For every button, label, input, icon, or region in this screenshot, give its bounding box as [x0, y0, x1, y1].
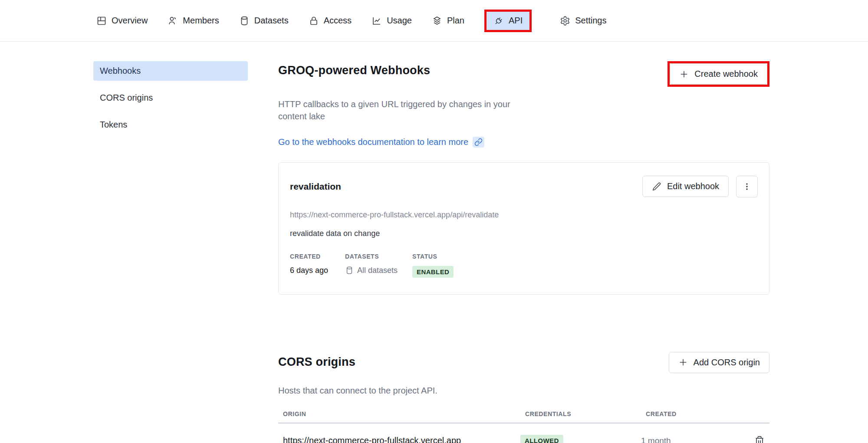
tab-label: Members [183, 16, 219, 26]
webhook-menu-button[interactable] [736, 176, 758, 197]
delete-origin-button[interactable] [754, 435, 765, 443]
tab-label: Plan [447, 16, 464, 26]
datasets-value-text: All datasets [357, 266, 398, 275]
tab-plan[interactable]: Plan [432, 16, 464, 26]
tab-label: Overview [112, 16, 148, 26]
page-title: GROQ-powered Webhooks [278, 64, 430, 77]
created-label: CREATED [290, 253, 345, 260]
external-link-icon [473, 137, 484, 148]
datasets-icon [239, 16, 250, 26]
dataset-icon [345, 266, 354, 275]
plus-icon [679, 69, 689, 79]
created-value: 6 days ago [290, 266, 345, 275]
edit-webhook-button[interactable]: Edit webhook [642, 176, 729, 197]
tab-settings[interactable]: Settings [560, 16, 606, 26]
create-webhook-button[interactable]: Create webhook [670, 63, 767, 85]
tab-api[interactable]: API [487, 12, 529, 30]
edit-webhook-label: Edit webhook [667, 181, 719, 191]
tab-label: Access [324, 16, 352, 26]
sidebar-item-tokens[interactable]: Tokens [93, 115, 248, 135]
tab-members[interactable]: Members [168, 16, 219, 26]
sidebar-item-cors-origins[interactable]: CORS origins [93, 88, 248, 108]
access-lock-icon [309, 16, 319, 26]
tab-usage[interactable]: Usage [372, 16, 412, 26]
credentials-badge: ALLOWED [520, 435, 563, 443]
tab-label: Datasets [254, 16, 289, 26]
plus-icon [678, 358, 688, 367]
origin-cell: https://next-commerce-pro-fullstack.verc… [278, 436, 520, 443]
table-row: https://next-commerce-pro-fullstack.verc… [278, 423, 769, 443]
settings-gear-icon [560, 16, 570, 26]
cors-table: ORIGIN CREDENTIALS CREATED https://next-… [278, 410, 769, 443]
column-header-credentials: CREDENTIALS [520, 410, 641, 417]
create-webhook-annotation-box: Create webhook [667, 61, 769, 87]
sidebar-item-webhooks[interactable]: Webhooks [93, 61, 248, 81]
add-cors-origin-label: Add CORS origin [694, 358, 760, 368]
cors-title: CORS origins [278, 355, 355, 369]
webhooks-subtitle: HTTP callbacks to a given URL triggered … [278, 98, 539, 123]
tab-label: API [509, 16, 523, 26]
created-cell: 1 month [641, 436, 740, 443]
api-tab-annotation-box: API [484, 10, 532, 32]
webhooks-section: GROQ-powered Webhooks Create webhook HTT… [278, 61, 769, 295]
status-label: STATUS [412, 253, 758, 260]
create-webhook-label: Create webhook [694, 69, 758, 79]
webhook-name: revalidation [290, 181, 341, 192]
plan-layers-icon [432, 16, 442, 26]
sidebar: Webhooks CORS origins Tokens [93, 61, 248, 443]
tab-label: Settings [575, 16, 606, 26]
webhook-card: revalidation Edit webhook https://next-c… [278, 162, 769, 295]
webhook-meta: CREATED 6 days ago DATASETS All datasets… [290, 253, 758, 278]
doc-link-label: Go to the webhooks documentation to lear… [278, 137, 468, 147]
kebab-icon [742, 182, 752, 191]
datasets-value: All datasets [345, 266, 412, 275]
overview-grid-icon [96, 16, 107, 26]
top-nav: Overview Members Datasets Access Usage P… [0, 0, 868, 42]
api-plug-icon [491, 13, 506, 28]
cors-table-header: ORIGIN CREDENTIALS CREATED [278, 410, 769, 423]
status-badge: ENABLED [412, 266, 454, 278]
datasets-label: DATASETS [345, 253, 412, 260]
webhook-description: revalidate data on change [290, 229, 758, 238]
add-cors-origin-button[interactable]: Add CORS origin [669, 352, 769, 373]
trash-icon [754, 435, 765, 443]
tab-overview[interactable]: Overview [96, 16, 148, 26]
tab-access[interactable]: Access [309, 16, 352, 26]
cors-section: CORS origins Add CORS origin Hosts that … [278, 352, 769, 443]
column-header-origin: ORIGIN [278, 410, 520, 417]
tab-label: Usage [387, 16, 412, 26]
usage-chart-icon [372, 16, 382, 26]
webhooks-doc-link[interactable]: Go to the webhooks documentation to lear… [278, 137, 484, 148]
cors-subtitle: Hosts that can connect to the project AP… [278, 384, 539, 397]
pencil-icon [652, 182, 661, 191]
webhook-url: https://next-commerce-pro-fullstack.verc… [290, 210, 758, 220]
main-content: GROQ-powered Webhooks Create webhook HTT… [278, 61, 769, 443]
tab-datasets[interactable]: Datasets [239, 16, 289, 26]
members-icon [168, 16, 178, 26]
column-header-created: CREATED [641, 410, 740, 417]
